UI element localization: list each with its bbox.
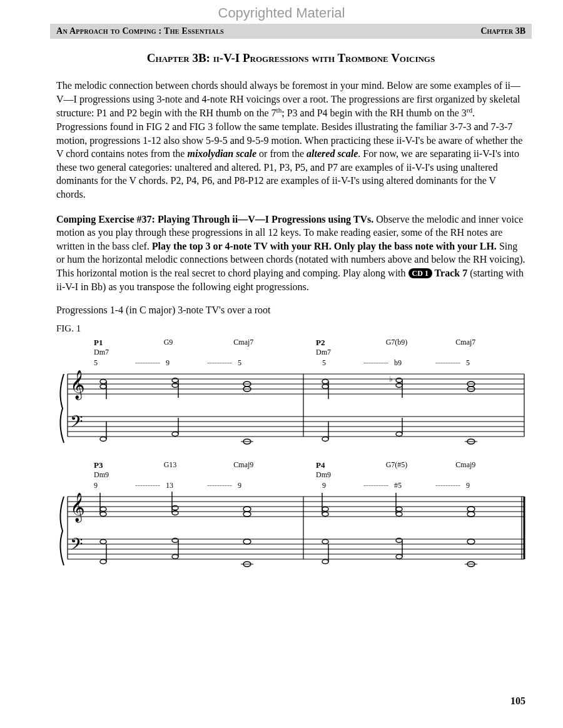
paragraph-2: Comping Exercise #37: Playing Through ii… [56,213,525,294]
watermark-text: Copyrighted Material [0,0,563,24]
svg-point-90 [396,555,402,559]
voice-num: 9 [322,481,358,490]
svg-point-24 [322,385,328,389]
p-label: P3 [94,460,164,470]
p-label: P2 [316,338,386,348]
svg-point-15 [100,380,106,384]
svg-point-67 [243,512,251,517]
svg-text:♭: ♭ [389,375,393,383]
svg-point-81 [467,539,475,544]
chord-name: Dm7 [94,348,164,357]
p1-t2: ; P3 and P4 begin with the RH thumb on t… [282,108,467,119]
voice-num: 5 [94,358,129,368]
svg-point-75 [467,512,475,517]
voice-numbers-row-2: 9---------- 13---------- 9 9---------- #… [94,481,525,490]
svg-point-68 [322,507,328,512]
voice-num: #5 [394,481,430,490]
figure-label: FIG. 1 [56,323,525,334]
p1-bi1: mixolydian scale [187,148,256,159]
svg-point-79 [322,540,328,544]
grand-staff-1: 𝄞 𝄢 ♭ [56,368,525,449]
voice-num: 9 [466,481,502,490]
p1-sup2: rd [467,106,472,114]
svg-point-32 [100,437,106,442]
svg-point-34 [172,432,178,437]
p-label: P1 [94,338,164,348]
svg-point-82 [100,560,106,564]
svg-point-40 [396,432,402,437]
svg-point-88 [322,560,328,564]
chord-name: Cmaj7 [233,338,303,347]
p1-bi2: altered scale [307,148,358,159]
p2-b2: Play the top 3 or 4-note TV with your RH… [152,241,497,251]
chord-name: G7(#5) [386,460,456,470]
chord-name: Cmaj9 [233,460,303,470]
voice-num: b9 [394,358,430,368]
chord-name: Dm9 [316,470,386,480]
svg-text:𝄞: 𝄞 [70,370,85,400]
svg-point-84 [172,555,178,559]
cd-badge: CD 1 [408,268,432,278]
chord-name: G9 [164,338,234,347]
svg-point-74 [467,507,475,512]
header-left: An Approach to Comping : The Essentials [56,26,224,36]
svg-point-60 [100,507,106,512]
p1-sup1: th [276,106,282,114]
staff-system-2: P3Dm9 G13 Cmaj9 P4Dm9 G7(#5) Cmaj9 9----… [56,460,525,572]
chord-labels-row-2: P3Dm9 G13 Cmaj9 P4Dm9 G7(#5) Cmaj9 [94,460,525,480]
voice-num: 9 [94,481,129,490]
p-label: P4 [316,460,386,470]
voice-num: 13 [166,481,201,490]
svg-point-71 [396,507,402,512]
voice-num: 5 [238,358,273,368]
chapter-header-bar: An Approach to Comping : The Essentials … [50,24,532,39]
page-content: Chapter 3B: ii-V-I Progressions with Tro… [56,51,525,572]
voice-num: 9 [238,481,273,490]
header-right: Chapter 3B [480,26,525,36]
svg-point-16 [100,385,106,389]
voice-num: 9 [166,358,201,368]
svg-point-38 [322,437,328,442]
svg-point-69 [322,512,328,517]
chord-labels-row-1: P1Dm7 G9 Cmaj7 P2Dm7 G7(b9) Cmaj7 [94,338,525,357]
chord-name: G13 [164,460,234,470]
svg-text:𝄞: 𝄞 [70,493,85,523]
music-score: P1Dm7 G9 Cmaj7 P2Dm7 G7(b9) Cmaj7 5-----… [56,338,525,572]
svg-text:𝄢: 𝄢 [70,535,83,557]
svg-point-72 [396,512,402,517]
chord-name: G7(b9) [386,338,456,347]
p2-b3: Track 7 [432,268,467,278]
chord-name: Dm7 [316,348,386,357]
paragraph-1: The melodic connection between chords sh… [56,79,525,201]
chord-name: Cmaj7 [455,338,525,347]
p1-t4: or from the [256,148,307,159]
chord-name: Dm9 [94,470,164,480]
svg-point-66 [243,507,251,512]
svg-point-78 [243,539,251,544]
voice-num: 5 [322,358,358,368]
p2-b1: Comping Exercise #37: Playing Through ii… [56,214,373,225]
voice-num: 5 [466,358,502,368]
chord-name: Cmaj9 [455,460,525,470]
progressions-caption: Progressions 1-4 (in C major) 3-note TV'… [56,305,525,316]
svg-text:𝄢: 𝄢 [70,412,83,435]
page-number: 105 [510,695,525,707]
svg-point-76 [100,540,106,544]
staff-system-1: P1Dm7 G9 Cmaj7 P2Dm7 G7(b9) Cmaj7 5-----… [56,338,525,449]
grand-staff-2: 𝄞 𝄢 [56,490,525,572]
voice-numbers-row-1: 5---------- 9---------- 5 5---------- b9… [94,358,525,368]
svg-point-61 [100,512,106,517]
chapter-title: Chapter 3B: ii-V-I Progressions with Tro… [56,51,525,65]
svg-point-23 [322,380,328,384]
